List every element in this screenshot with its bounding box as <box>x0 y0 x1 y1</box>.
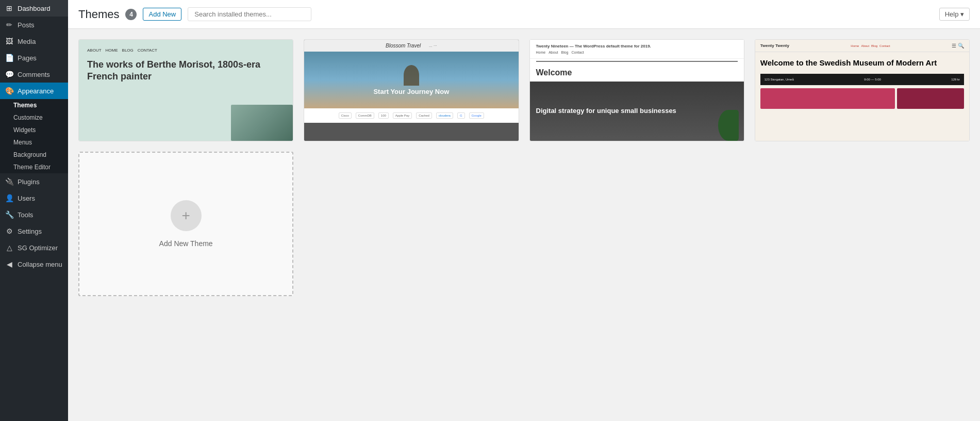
blossom-logos: Cisco CommDB 100 Apple Pay Cached cloude… <box>304 108 518 123</box>
users-icon: 👤 <box>5 194 13 202</box>
p219-welcome: Welcome <box>530 64 744 82</box>
p219-header: Twenty Nineteen — The WordPress default … <box>530 40 744 59</box>
sidebar-item-media[interactable]: 🖼 Media <box>0 33 68 50</box>
p220-dark-section: 123 Storgatan, Umeå 9:00 — 5:00 129 kr <box>760 74 964 85</box>
theme-footer: Twenty Twenty <box>755 141 969 141</box>
p219-dark: Digital strategy for unique small busine… <box>530 82 744 141</box>
sg-optimizer-icon: △ <box>5 244 13 252</box>
theme-card-twenty-twenty-one[interactable]: ABOUT HOME BLOG CONTACT The works of Ber… <box>78 39 293 141</box>
p220-nav: Home About Blog Contact <box>851 44 890 47</box>
theme-card-blossom-travel[interactable]: Blossom Travel ... ··· Start Your Journe… <box>304 39 519 141</box>
p219-divider <box>536 61 738 62</box>
theme-preview: ABOUT HOME BLOG CONTACT The works of Ber… <box>79 40 293 141</box>
blossom-nav: ... ··· <box>429 43 437 48</box>
pages-icon: 📄 <box>5 54 13 62</box>
subitem-label: Widgets <box>13 126 36 134</box>
preview-image <box>231 105 293 141</box>
sidebar-item-posts[interactable]: ✏ Posts <box>0 17 68 33</box>
settings-icon: ⚙ <box>5 227 13 235</box>
blossom-hero-text: Start Your Journey Now <box>373 88 449 95</box>
sidebar-item-settings[interactable]: ⚙ Settings <box>0 223 68 239</box>
topbar: Themes 4 Add New Help ▾ <box>68 0 980 29</box>
p220-hours: 9:00 — 5:00 <box>864 78 881 81</box>
sidebar: ⊞ Dashboard ✏ Posts 🖼 Media 📄 Pages 💬 Co… <box>0 0 68 421</box>
sidebar-subitem-widgets[interactable]: Widgets <box>0 124 68 136</box>
sidebar-subitem-customize[interactable]: Customize <box>0 111 68 124</box>
sidebar-subitem-background[interactable]: Background <box>0 149 68 161</box>
plugins-icon: 🔌 <box>5 177 13 186</box>
sidebar-item-label: Tools <box>18 211 33 219</box>
add-new-theme-card[interactable]: + Add New Theme <box>78 152 293 296</box>
p219-plant <box>718 110 739 141</box>
logo-item: CommDB <box>356 112 374 119</box>
sidebar-item-comments[interactable]: 💬 Comments <box>0 66 68 83</box>
sidebar-item-tools[interactable]: 🔧 Tools <box>0 206 68 223</box>
search-input[interactable] <box>188 7 311 21</box>
sidebar-item-collapse[interactable]: ◀ Collapse menu <box>0 256 68 272</box>
subitem-label: Themes <box>13 102 37 109</box>
sidebar-item-label: Posts <box>18 21 35 29</box>
p220-address: 123 Storgatan, Umeå <box>765 78 794 81</box>
theme-footer: Twenty Nineteen <box>530 141 744 141</box>
theme-preview: Twenty Nineteen — The WordPress default … <box>530 40 744 141</box>
blossom-brand: Blossom Travel <box>386 43 421 48</box>
add-new-button[interactable]: Add New <box>143 8 181 21</box>
logo-item: Apple Pay <box>393 112 412 119</box>
sidebar-item-users[interactable]: 👤 Users <box>0 190 68 206</box>
theme-card-twenty-nineteen[interactable]: Twenty Nineteen — The WordPress default … <box>529 39 744 141</box>
p220-brand: Twenty Twenty <box>760 43 789 48</box>
p220-pink-section <box>760 88 964 109</box>
help-button[interactable]: Help ▾ <box>939 8 970 21</box>
sidebar-subitem-menus[interactable]: Menus <box>0 136 68 149</box>
sidebar-item-sg-optimizer[interactable]: △ SG Optimizer <box>0 239 68 256</box>
media-icon: 🖼 <box>5 37 13 45</box>
sidebar-item-label: Comments <box>18 71 50 78</box>
blossom-hero: Start Your Journey Now <box>304 52 518 108</box>
collapse-icon: ◀ <box>5 260 13 268</box>
main-content: Themes 4 Add New Help ▾ ABOUT HOME BLOG … <box>68 0 980 421</box>
sidebar-item-dashboard[interactable]: ⊞ Dashboard <box>0 0 68 17</box>
comments-icon: 💬 <box>5 70 13 78</box>
logo-item: G <box>457 112 465 119</box>
preview-nav: ABOUT HOME BLOG CONTACT <box>87 48 285 53</box>
sidebar-item-label: SG Optimizer <box>18 244 58 252</box>
sidebar-subitem-theme-editor[interactable]: Theme Editor <box>0 161 68 173</box>
p220-pink-block-1 <box>760 88 895 109</box>
sidebar-item-label: Plugins <box>18 178 40 186</box>
sidebar-item-appearance[interactable]: 🎨 Appearance <box>0 83 68 99</box>
blossom-figure <box>404 65 419 86</box>
p220-icons: ☰ 🔍 <box>952 43 964 48</box>
theme-preview: Blossom Travel ... ··· Start Your Journe… <box>304 40 518 141</box>
blossom-header: Blossom Travel ... ··· <box>304 40 518 52</box>
posts-icon: ✏ <box>5 21 13 29</box>
add-theme-label: Add New Theme <box>159 239 213 248</box>
logo-item: Cached <box>416 112 432 119</box>
sidebar-item-plugins[interactable]: 🔌 Plugins <box>0 173 68 190</box>
themes-area: ABOUT HOME BLOG CONTACT The works of Ber… <box>68 29 980 421</box>
tools-icon: 🔧 <box>5 211 13 219</box>
p219-tagline: Digital strategy for unique small busine… <box>536 107 676 116</box>
theme-card-twenty-twenty[interactable]: Twenty Twenty Home About Blog Contact ☰ … <box>755 39 970 141</box>
p220-title-block: Welcome to the Swedish Museum of Modern … <box>755 52 969 74</box>
dashboard-icon: ⊞ <box>5 4 13 12</box>
p219-nav: Home About Blog Contact <box>536 51 738 54</box>
logo-item: Google <box>469 112 484 119</box>
theme-preview: Twenty Twenty Home About Blog Contact ☰ … <box>755 40 969 141</box>
topbar-right: Help ▾ <box>939 8 970 21</box>
p220-big-title: Welcome to the Swedish Museum of Modern … <box>760 58 964 68</box>
theme-footer: Blossom Travel <box>304 141 518 141</box>
subitem-label: Menus <box>13 139 32 146</box>
page-title: Themes <box>78 8 119 21</box>
logo-item: cloudera <box>436 112 453 119</box>
sidebar-item-label: Collapse menu <box>18 261 62 268</box>
theme-count-badge: 4 <box>125 9 137 20</box>
preview-title: The works of Berthe Morisot, 1800s-era F… <box>87 59 285 83</box>
sidebar-item-label: Media <box>18 38 36 45</box>
p220-header: Twenty Twenty Home About Blog Contact ☰ … <box>755 40 969 52</box>
p220-price: 129 kr <box>951 78 960 81</box>
logo-item: Cisco <box>339 112 352 119</box>
sidebar-item-pages[interactable]: 📄 Pages <box>0 50 68 66</box>
active-badge: Active: Twenty Twenty-One Customize <box>79 141 293 141</box>
sidebar-item-label: Users <box>18 195 35 202</box>
sidebar-subitem-themes[interactable]: Themes <box>0 99 68 111</box>
